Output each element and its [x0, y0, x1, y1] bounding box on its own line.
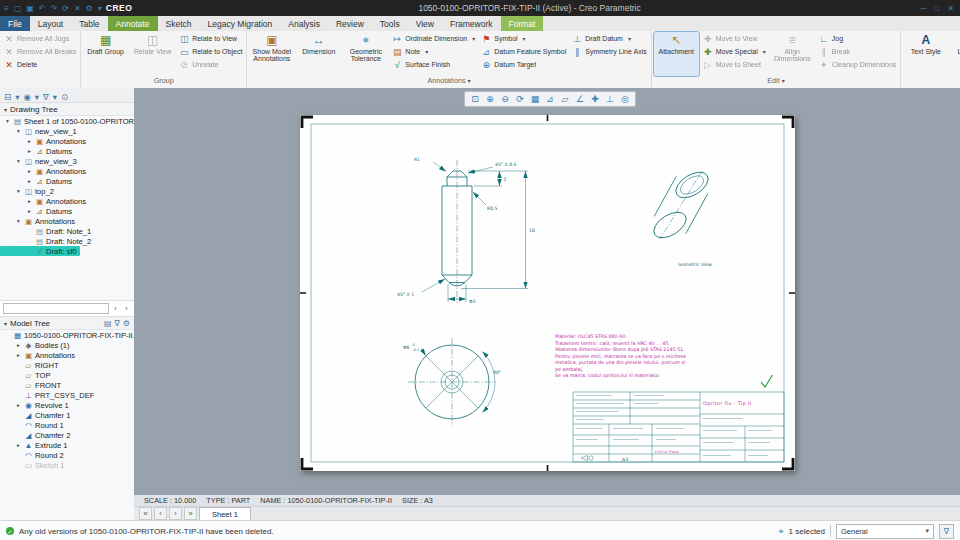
graphics-toolbar-button[interactable] [543, 94, 557, 104]
jog-button[interactable]: Jog [817, 32, 899, 45]
ribbon-tab[interactable]: Analysis [280, 16, 328, 31]
ribbon-tab[interactable]: View [408, 16, 442, 31]
quick-access-button[interactable] [4, 4, 9, 13]
quick-access-button[interactable] [86, 4, 93, 13]
navigator-toolbar-button[interactable] [4, 88, 11, 104]
relate-to-object-button[interactable]: Relate to Object [177, 45, 244, 58]
window-control-button[interactable] [921, 4, 927, 13]
remove-all-breaks-button[interactable]: Remove All Breaks [2, 45, 78, 58]
expander-icon[interactable] [15, 128, 22, 134]
dim-r1[interactable]: R1 [414, 157, 420, 162]
model-tree-item[interactable]: Round 2 [0, 450, 67, 460]
drawing-tree-item[interactable]: new_view_3 [0, 156, 80, 166]
expander-icon[interactable] [15, 442, 22, 448]
graphics-toolbar-button[interactable] [528, 94, 542, 104]
ribbon-tab[interactable]: Framework [442, 16, 501, 31]
ribbon-tab[interactable]: Tools [372, 16, 408, 31]
dim-chamfer-bottom[interactable]: 45° X 1 [397, 292, 414, 297]
drawing-tree-item[interactable]: Annotations [0, 136, 89, 146]
drawing-tree-item[interactable]: new_view_1 [0, 126, 80, 136]
note-line[interactable]: Pentru piesele mici, marcarea se va face… [555, 354, 686, 359]
model-tree-item[interactable]: Annotations [0, 350, 78, 360]
ribbon-tab[interactable]: Sketch [158, 16, 200, 31]
drawing-tree-item[interactable]: Annotations [0, 196, 89, 206]
model-tree-item[interactable]: Extrude 1 [0, 440, 71, 450]
drawing-tree-item[interactable]: Draft: sf0 [0, 246, 80, 256]
drawing-tree-item[interactable]: Sheet 1 of 1050-0100-OPRITOR-FIX-TIP-II.… [0, 116, 134, 126]
expander-icon[interactable] [15, 158, 22, 164]
relate-to-view-button[interactable]: Relate to View [177, 32, 244, 45]
expander-icon[interactable] [26, 208, 33, 214]
isometric-view[interactable]: Isometric View [649, 167, 712, 267]
model-tree-item[interactable]: Revolve 1 [0, 400, 72, 410]
drawing-tree-item[interactable]: Annotations [0, 216, 78, 226]
dim-angle[interactable]: 90° [493, 370, 501, 375]
drawing-tree-item[interactable]: Draft: Note_1 [0, 226, 94, 236]
quick-access-button[interactable] [51, 4, 58, 13]
text-style-button[interactable]: Text Style [903, 32, 948, 76]
note-line[interactable]: metalica, purtata de una din piesele lot… [555, 360, 685, 365]
dim-length[interactable]: 10 [529, 228, 535, 233]
navigator-toolbar-button[interactable] [53, 88, 57, 104]
ribbon-tab[interactable]: Format [501, 16, 544, 31]
drawing-tree-header[interactable]: ▾ Drawing Tree [0, 103, 134, 116]
selection-filter-settings-button[interactable] [939, 524, 954, 539]
drawing-sheet[interactable]: R1 45° X 0.5 R0.5 2 10 45° X 1 Φ3 Isomet… [300, 115, 795, 471]
quick-access-button[interactable] [62, 4, 69, 13]
quick-access-button[interactable] [74, 4, 81, 13]
drawing-tree-item[interactable]: Datums [0, 146, 75, 156]
drawing-tree-item[interactable]: top_2 [0, 186, 57, 196]
model-tree-item[interactable]: TOP [0, 370, 53, 380]
ribbon-tab[interactable]: Review [328, 16, 372, 31]
expander-icon[interactable] [15, 218, 22, 224]
delete-button[interactable]: Delete [2, 58, 78, 71]
graphics-toolbar-button[interactable] [498, 94, 512, 104]
expander-icon[interactable] [26, 138, 33, 144]
expander-icon[interactable] [4, 118, 11, 124]
move-to-sheet-button[interactable]: Move to Sheet [701, 58, 768, 71]
graphics-toolbar-button[interactable] [558, 94, 572, 104]
ribbon-tab[interactable]: Annotate [108, 16, 158, 31]
window-control-button[interactable] [934, 4, 939, 13]
model-tree-header-button[interactable] [104, 319, 112, 328]
graphics-toolbar-button[interactable] [483, 94, 497, 104]
show-model-annotations-button[interactable]: Show Model Annotations [249, 32, 294, 76]
model-tree-item[interactable]: RIGHT [0, 360, 62, 370]
note-line[interactable]: Abaterea dimensiunilor libere dupa je8 S… [555, 347, 685, 352]
dim-tol-upper[interactable]: 0 [413, 343, 415, 347]
navigator-toolbar-button[interactable] [35, 88, 39, 104]
note-button[interactable]: Note [390, 45, 477, 58]
ribbon-group-label-annotations[interactable]: Annotations [249, 76, 648, 88]
expander-icon[interactable] [26, 198, 33, 204]
drawing-tree-item[interactable]: Annotations [0, 166, 89, 176]
cleanup-dimensions-button[interactable]: Cleanup Dimensions [817, 58, 899, 71]
ribbon-tab[interactable]: File [0, 16, 30, 31]
model-tree-item[interactable]: Round 1 [0, 420, 67, 430]
model-tree-item[interactable]: 1050-0100-OPRITOR-FIX-TIP-II.PRT [0, 330, 134, 340]
collapse-icon[interactable]: ▾ [4, 320, 7, 327]
dim-r05[interactable]: R0.5 [487, 206, 498, 211]
ribbon-tab[interactable]: Legacy Migration [200, 16, 281, 31]
draft-group-button[interactable]: Draft Group [83, 32, 128, 76]
note-line[interactable]: Se va marca: codul opritorului si materi… [555, 373, 660, 378]
model-tree-item[interactable]: PRT_CSYS_DEF [0, 390, 97, 400]
ribbon-group-label-edit[interactable]: Edit [654, 76, 899, 88]
front-view[interactable]: R1 45° X 0.5 R0.5 2 10 45° X 1 Φ3 [397, 157, 535, 304]
align-dimensions-button[interactable]: Align Dimensions [770, 32, 815, 76]
graphics-toolbar-button[interactable] [603, 94, 617, 104]
drawing-tree-item[interactable]: Draft: Note_2 [0, 236, 94, 246]
expander-icon[interactable] [26, 168, 33, 174]
quick-access-button[interactable] [39, 4, 46, 13]
ribbon-group-label-format[interactable]: Format [903, 76, 960, 88]
dimension-button[interactable]: Dimension [296, 32, 341, 76]
attachment-button[interactable]: Attachment [654, 32, 699, 76]
find-prev-icon[interactable]: ‹ [111, 305, 120, 312]
collapse-icon[interactable]: ▾ [4, 106, 7, 113]
surface-finish-symbol[interactable] [761, 375, 773, 387]
dim-dia-tip[interactable]: Φ3 [469, 299, 476, 304]
expander-icon[interactable] [15, 352, 22, 358]
dim-dia-body[interactable]: Φ6 [403, 345, 410, 350]
model-tree-item[interactable]: Bodies (1) [0, 340, 73, 350]
model-tree-header-button[interactable] [123, 319, 130, 328]
window-control-button[interactable] [947, 4, 954, 13]
